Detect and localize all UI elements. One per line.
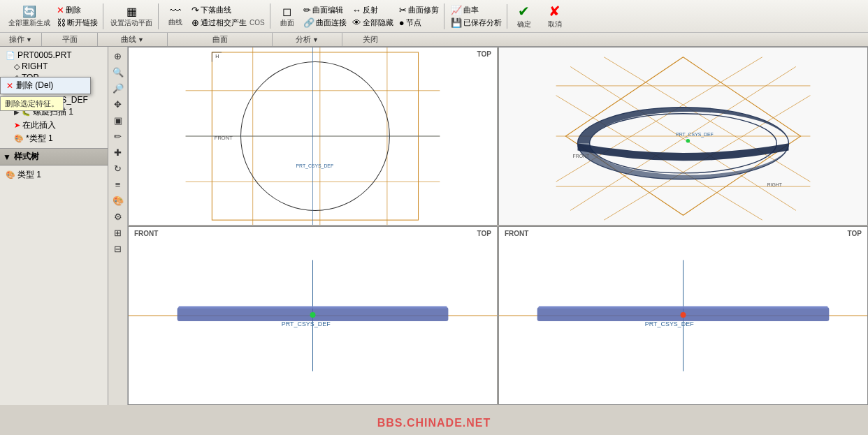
- pan-button[interactable]: ✥: [110, 96, 126, 112]
- style-type-icon: 🎨: [6, 170, 15, 179]
- section-analysis[interactable]: 分析 ▼: [273, 33, 342, 46]
- intersect-curve-button[interactable]: ⊕ 通过相交产生 COS: [189, 17, 267, 29]
- delete-menu-icon: ✕: [6, 81, 13, 91]
- svg-text:PRT_CSYS_DEF: PRT_CSYS_DEF: [645, 320, 694, 327]
- vp-tl-label-top: TOP: [477, 50, 491, 58]
- intersect-icon: ⊕: [191, 17, 199, 28]
- plane-icon: ▦: [126, 5, 137, 18]
- extra-button[interactable]: ⊟: [110, 241, 126, 256]
- svg-point-36: [310, 312, 316, 318]
- connect-icon: 🔗: [303, 17, 314, 28]
- set-active-plane-button[interactable]: ▦ 设置活动平面: [108, 3, 155, 29]
- zoom-out-button[interactable]: 🔎: [110, 80, 126, 96]
- svg-text:RIGHT: RIGHT: [767, 182, 783, 187]
- viewport-top-right[interactable]: FRONT RIGHT PRT_CSYS_DEF: [498, 47, 868, 226]
- viewport-bottom-right[interactable]: FRONT TOP PRT_CSYS_DEF: [498, 226, 868, 405]
- viewport-bottom-left[interactable]: FRONT TOP PRT_CSYS_DEF: [128, 226, 498, 405]
- icon-toolbar: ⊕ 🔍 🔎 ✥ ▣ ✏ ✚ ↻ ≡ 🎨 ⚙ ⊞ ⊟: [108, 47, 128, 405]
- cancel-button[interactable]: ✘ 取消: [542, 1, 567, 31]
- delete-button[interactable]: ✕ 删除: [55, 4, 100, 16]
- svg-line-19: [604, 57, 810, 182]
- svg-point-42: [681, 312, 686, 318]
- section-surface[interactable]: 曲面: [168, 33, 273, 46]
- zoom-in-button[interactable]: 🔍: [110, 64, 126, 80]
- viewport-top-left[interactable]: TOP FRONT PRT_CSYS_DEF H: [128, 47, 498, 226]
- svg-text:FRONT: FRONT: [573, 154, 590, 158]
- regenerate-all-button[interactable]: 🔄 全部重新生成: [6, 3, 53, 29]
- delete-icon: ✕: [57, 5, 64, 15]
- regenerate-icon: 🔄: [22, 5, 36, 18]
- toolbar: 🔄 全部重新生成 ✕ 删除 ⛓ 断开链接 ▦ 设置活动平面: [0, 0, 868, 47]
- transform-button[interactable]: ↻: [110, 161, 126, 176]
- svg-rect-35: [179, 306, 447, 309]
- arrow-curves: ▼: [138, 36, 144, 43]
- right-label: RIGHT: [22, 61, 48, 71]
- regenerate-label: 全部重新生成: [8, 18, 50, 28]
- vp-bl-svg: PRT_CSYS_DEF: [129, 227, 497, 404]
- vp-br-label-top: TOP: [848, 230, 862, 237]
- hide-all-button[interactable]: 👁 全部隐藏: [350, 17, 396, 29]
- confirm-button[interactable]: ✔ 确定: [512, 1, 537, 31]
- svg-point-30: [686, 139, 690, 142]
- vp-bl-label-front: FRONT: [134, 230, 158, 237]
- curvature-button[interactable]: 📈 曲率: [449, 4, 504, 16]
- zoom-fit-button[interactable]: ⊕: [110, 48, 126, 64]
- vp-br-label-front: FRONT: [505, 230, 528, 237]
- style-type1-label: 类型 1: [17, 169, 41, 181]
- section-operations[interactable]: 操作 ▼: [0, 33, 42, 46]
- repair-icon: ✂: [399, 5, 407, 15]
- cross-button[interactable]: ✚: [110, 145, 126, 160]
- toolbar-group-curves: 〰 曲线 ↷ 下落曲线 ⊕ 通过相交产生 COS: [160, 3, 270, 29]
- surface-button[interactable]: ◻ 曲面: [275, 3, 300, 29]
- insert-icon: ➤: [14, 121, 20, 130]
- drop-curve-button[interactable]: ↷ 下落曲线: [189, 4, 267, 16]
- link-icon: ⛓: [57, 17, 66, 28]
- type-icon: 🎨: [14, 134, 24, 143]
- tree-type1[interactable]: 🎨 *类型 1: [4, 132, 103, 145]
- style-tree-label: 样式树: [14, 151, 39, 163]
- reflect-icon: ↔: [352, 5, 361, 15]
- viewport-area: TOP FRONT PRT_CSYS_DEF H: [128, 47, 868, 405]
- section-close[interactable]: 关闭: [342, 33, 398, 46]
- edit-button[interactable]: ✏: [110, 128, 126, 144]
- vp-br-svg: PRT_CSYS_DEF: [499, 227, 867, 404]
- disconnect-link-button[interactable]: ⛓ 断开链接: [55, 17, 100, 29]
- display-style-button[interactable]: ▣: [110, 112, 126, 128]
- expand-button[interactable]: ⊞: [110, 225, 126, 240]
- svg-line-22: [556, 57, 762, 182]
- watermark: BBS.CHINADE.NET: [377, 417, 491, 429]
- tree-style-type1[interactable]: 🎨 类型 1: [4, 168, 103, 182]
- drop-curve-icon: ↷: [191, 5, 199, 15]
- context-menu: ✕ 删除 (Del): [0, 77, 91, 94]
- svg-text:H: H: [215, 54, 219, 59]
- curve-button[interactable]: 〰 曲线: [163, 3, 188, 29]
- surface-edit-button[interactable]: ✏ 曲面编辑: [301, 4, 349, 16]
- section-plane[interactable]: 平面: [42, 33, 98, 46]
- settings-button[interactable]: ⚙: [110, 209, 126, 224]
- toolbar-group-surface: ◻ 曲面 ✏ 曲面编辑 🔗 曲面连接 ↔ 反射 👁: [272, 3, 444, 29]
- color-button[interactable]: 🎨: [110, 193, 126, 208]
- tree-insert[interactable]: ➤ 在此插入: [4, 119, 103, 132]
- svg-text:PRT_CSYS_DEF: PRT_CSYS_DEF: [296, 163, 333, 169]
- style-tree-header[interactable]: ▼ 样式树: [0, 148, 108, 165]
- surface-repair-button[interactable]: ✂ 曲面修剪: [397, 4, 441, 16]
- root-label: PRT0005.PRT: [17, 50, 72, 60]
- vp-tr-svg: FRONT RIGHT PRT_CSYS_DEF: [499, 47, 867, 225]
- toolbar-group-plane: ▦ 设置活动平面: [105, 3, 159, 29]
- context-menu-delete[interactable]: ✕ 删除 (Del): [1, 78, 90, 94]
- curvature-icon: 📈: [451, 5, 462, 15]
- save-analysis-button[interactable]: 💾 已保存分析: [449, 17, 504, 29]
- tree-root[interactable]: 📄 PRT0005.PRT: [4, 50, 103, 61]
- section-curves[interactable]: 曲线 ▼: [98, 33, 168, 46]
- reflect-button[interactable]: ↔ 反射: [350, 4, 396, 16]
- surface-connect-button[interactable]: 🔗 曲面连接: [301, 17, 349, 29]
- tree-right[interactable]: ◇ RIGHT: [4, 61, 103, 72]
- node-button[interactable]: ● 节点: [397, 17, 441, 29]
- layers-button[interactable]: ≡: [110, 177, 126, 192]
- curve-icon: 〰: [170, 5, 181, 17]
- surface-icon: ◻: [282, 5, 291, 18]
- svg-rect-41: [539, 306, 828, 309]
- svg-text:PRT_CSYS_DEF: PRT_CSYS_DEF: [676, 132, 714, 138]
- svg-text:PRT_CSYS_DEF: PRT_CSYS_DEF: [282, 320, 331, 327]
- toolbar-main-row: 🔄 全部重新生成 ✕ 删除 ⛓ 断开链接 ▦ 设置活动平面: [0, 0, 868, 32]
